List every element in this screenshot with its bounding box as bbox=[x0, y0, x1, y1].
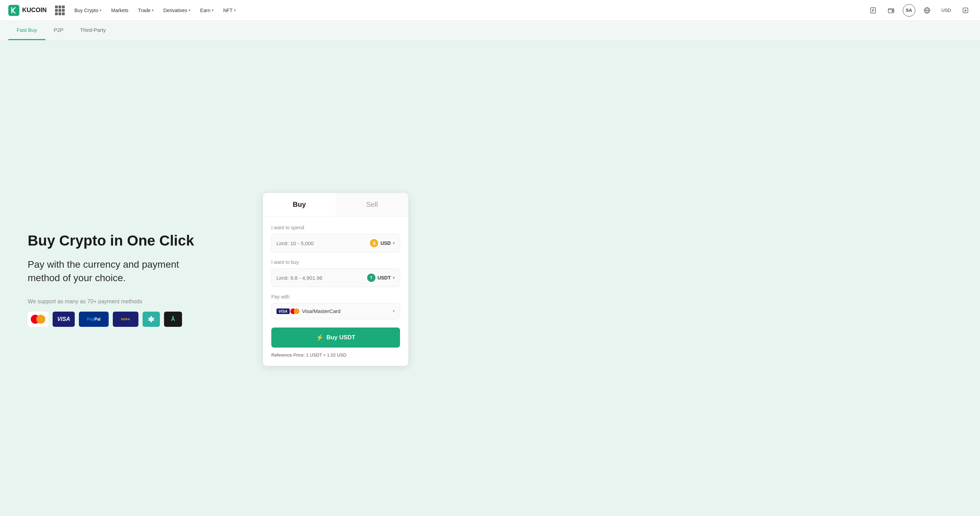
payment-support-text: We support as many as 70+ payment method… bbox=[28, 298, 235, 305]
spend-label: I want to spend bbox=[271, 225, 400, 230]
arch-icon: Ā bbox=[164, 311, 182, 327]
chevron-down-icon: ▾ bbox=[100, 8, 102, 12]
visa-mc-badge: VISA bbox=[277, 308, 299, 314]
usd-currency-icon: $ bbox=[370, 239, 378, 247]
spend-currency-select[interactable]: $ USD ▾ bbox=[370, 239, 395, 247]
chevron-down-icon: ▾ bbox=[234, 8, 235, 12]
apps-grid-icon[interactable] bbox=[55, 6, 65, 15]
nav-trade[interactable]: Trade ▾ bbox=[134, 5, 158, 16]
spend-input-row: $ USD ▾ bbox=[271, 234, 400, 252]
chevron-down-icon: ▾ bbox=[393, 241, 395, 246]
lightning-icon: ⚡ bbox=[316, 334, 323, 341]
document-icon[interactable] bbox=[867, 4, 879, 17]
chevron-down-icon: ▾ bbox=[189, 8, 190, 12]
svg-rect-6 bbox=[892, 10, 893, 11]
hero-headline: Buy Crypto in One Click bbox=[28, 232, 235, 249]
sub-nav: Fast Buy P2P Third-Party bbox=[0, 21, 980, 40]
sub-nav-third-party[interactable]: Third-Party bbox=[72, 21, 114, 40]
logo[interactable]: KUCOIN bbox=[8, 5, 47, 16]
svg-rect-0 bbox=[8, 5, 19, 16]
nav-earn[interactable]: Earn ▾ bbox=[196, 5, 218, 16]
buy-sell-widget: Buy Sell I want to spend $ USD ▾ I want … bbox=[263, 193, 408, 366]
main-content: Buy Crypto in One Click Pay with the cur… bbox=[0, 40, 980, 516]
hero-section: Buy Crypto in One Click Pay with the cur… bbox=[28, 232, 235, 327]
chevron-down-icon: ▾ bbox=[152, 8, 154, 12]
nav-derivatives[interactable]: Derivatives ▾ bbox=[159, 5, 194, 16]
visa-badge: VISA bbox=[277, 308, 290, 314]
reference-price: Reference Price: 1 USDT ≈ 1.02 USD bbox=[271, 352, 400, 357]
currency-selector[interactable]: USD bbox=[939, 6, 954, 14]
buy-currency-select[interactable]: T USDT ▾ bbox=[367, 273, 395, 282]
mc-small-icon bbox=[290, 308, 299, 314]
buy-button[interactable]: ⚡ Buy USDT bbox=[271, 327, 400, 348]
avatar[interactable]: SA bbox=[903, 4, 915, 17]
sepa-icon: S€PA bbox=[113, 311, 138, 327]
sub-nav-p2p[interactable]: P2P bbox=[45, 21, 72, 40]
chevron-down-icon: ▾ bbox=[393, 309, 395, 313]
pay-with-label: Pay with bbox=[271, 294, 400, 300]
globe-icon[interactable] bbox=[921, 4, 933, 17]
nav-nft[interactable]: NFT ▾ bbox=[219, 5, 240, 16]
widget-body: I want to spend $ USD ▾ I want to buy T … bbox=[263, 216, 408, 366]
usdt-currency-icon: T bbox=[367, 273, 375, 282]
mastercard-icon bbox=[28, 311, 48, 327]
buy-label: I want to buy bbox=[271, 259, 400, 265]
chevron-down-icon: ▾ bbox=[212, 8, 213, 12]
chevron-down-icon: ▾ bbox=[393, 276, 395, 280]
tab-buy[interactable]: Buy bbox=[263, 193, 336, 216]
pay-method-select[interactable]: VISA Visa/MasterCard ▾ bbox=[271, 303, 400, 319]
buy-input[interactable] bbox=[277, 275, 367, 281]
tab-sell[interactable]: Sell bbox=[336, 193, 408, 216]
pix-icon bbox=[143, 311, 160, 327]
visa-icon: VISA bbox=[52, 311, 75, 327]
wallet-icon[interactable] bbox=[885, 4, 897, 17]
buy-input-row: T USDT ▾ bbox=[271, 268, 400, 287]
nav-right: SA USD bbox=[867, 4, 972, 17]
download-icon[interactable] bbox=[959, 4, 972, 17]
paypal-icon: PayPal bbox=[79, 311, 109, 327]
nav-links: Buy Crypto ▾ Markets Trade ▾ Derivatives… bbox=[55, 5, 867, 16]
spend-input[interactable] bbox=[277, 240, 370, 246]
sub-nav-fast-buy[interactable]: Fast Buy bbox=[8, 21, 45, 40]
hero-subtext: Pay with the currency and paymentmethod … bbox=[28, 258, 235, 285]
navbar: KUCOIN Buy Crypto ▾ Markets Trade ▾ Deri… bbox=[0, 0, 980, 21]
payment-icons-row: VISA PayPal S€PA Ā bbox=[28, 311, 235, 327]
nav-buy-crypto[interactable]: Buy Crypto ▾ bbox=[70, 5, 105, 16]
widget-tabs: Buy Sell bbox=[263, 193, 408, 216]
nav-markets[interactable]: Markets bbox=[107, 5, 132, 16]
